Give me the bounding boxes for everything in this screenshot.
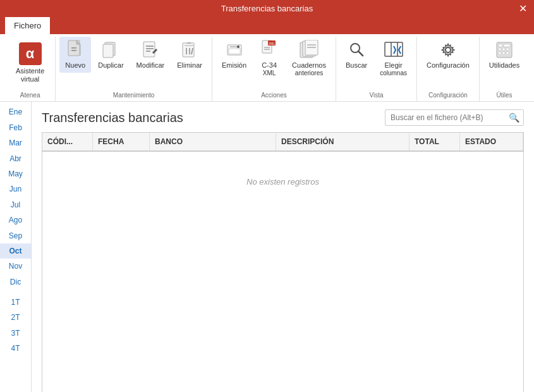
duplicar-icon xyxy=(100,40,121,60)
group-label-vista: Vista xyxy=(340,89,413,101)
cuadernos-icon xyxy=(299,40,319,60)
svg-rect-2 xyxy=(71,47,76,49)
search-input[interactable] xyxy=(385,111,505,125)
sidebar: Ene Feb Mar Abr May Jun Jul Ago Sep Oct … xyxy=(0,102,32,392)
svg-line-32 xyxy=(358,51,363,56)
search-box: 🔍 xyxy=(385,109,524,126)
eliminar-label: Eliminar xyxy=(177,61,202,70)
asistente-virtual-button[interactable]: α Asistentevirtual xyxy=(9,37,51,89)
svg-text:XML: XML xyxy=(269,42,276,46)
data-table: CÓDI... FECHA BANCO DESCRIPCIÓN TOTAL ES… xyxy=(42,132,524,392)
ribbon-items-vista: Buscar Elegircolumnas xyxy=(340,37,413,89)
group-label-acciones: Acciones xyxy=(216,89,332,101)
alpha-icon: α xyxy=(19,42,42,65)
utilidades-label: Utilidades xyxy=(489,61,519,70)
eliminar-icon xyxy=(179,40,200,60)
configuracion-button[interactable]: Configuración xyxy=(421,37,475,73)
elegir-columnas-button[interactable]: Elegircolumnas xyxy=(374,37,413,80)
content-header: Transferencias bancarias 🔍 xyxy=(42,109,524,126)
elegir-columnas-icon xyxy=(384,40,404,60)
page-title: Transferencias bancarias xyxy=(42,111,183,125)
sidebar-item-sep[interactable]: Sep xyxy=(0,228,31,243)
configuracion-icon xyxy=(438,40,458,60)
table-body: No existen registros xyxy=(42,152,523,278)
tab-fichero[interactable]: Fichero xyxy=(5,17,50,34)
cuadernos-label: Cuadernosanteriores xyxy=(292,61,326,77)
emision-label: Emisión xyxy=(222,61,246,70)
ribbon-content: α Asistentevirtual Atenea xyxy=(0,34,534,101)
svg-rect-45 xyxy=(506,52,509,54)
ribbon-tab-bar: Fichero xyxy=(0,17,534,34)
sidebar-item-nov[interactable]: Nov xyxy=(0,259,31,274)
group-label-atenea: Atenea xyxy=(9,89,51,101)
window-title: Transferencias bancarias xyxy=(221,4,313,13)
nuevo-icon xyxy=(65,40,85,60)
ribbon-items-acciones: Emisión XML C-34XML xyxy=(216,37,332,89)
sidebar-item-dic[interactable]: Dic xyxy=(0,274,31,290)
col-header-fecha: FECHA xyxy=(93,133,150,150)
ribbon-group-utiles: Utilidades Útiles xyxy=(480,37,529,101)
utilidades-button[interactable]: Utilidades xyxy=(483,37,525,73)
sidebar-item-4t[interactable]: 4T xyxy=(0,341,31,356)
duplicar-button[interactable]: Duplicar xyxy=(92,37,129,73)
svg-rect-33 xyxy=(385,42,403,56)
modificar-button[interactable]: Modificar xyxy=(131,37,171,73)
sidebar-item-ene[interactable]: Ene xyxy=(0,104,31,119)
group-label-configuracion: Configuración xyxy=(421,89,475,101)
sidebar-item-feb[interactable]: Feb xyxy=(0,120,31,135)
ribbon-group-atenea: α Asistentevirtual Atenea xyxy=(5,37,56,101)
svg-rect-40 xyxy=(499,48,501,51)
elegir-columnas-label: Elegircolumnas xyxy=(380,61,407,77)
modificar-icon xyxy=(140,40,161,60)
col-header-descripcion: DESCRIPCIÓN xyxy=(276,133,410,150)
ribbon-items-utiles: Utilidades xyxy=(483,37,525,89)
svg-rect-44 xyxy=(502,52,505,54)
sidebar-item-jun[interactable]: Jun xyxy=(0,181,31,197)
cuadernos-button[interactable]: Cuadernosanteriores xyxy=(286,37,332,80)
sidebar-item-abr[interactable]: Abr xyxy=(0,151,31,166)
ribbon-group-configuracion: Configuración Configuración xyxy=(417,37,480,101)
nuevo-button[interactable]: Nuevo xyxy=(59,37,91,73)
svg-point-20 xyxy=(237,46,240,48)
emision-icon xyxy=(224,40,245,60)
svg-rect-18 xyxy=(229,49,240,54)
sidebar-divider xyxy=(0,290,31,295)
sidebar-item-2t[interactable]: 2T xyxy=(0,310,31,325)
ribbon-items-configuracion: Configuración xyxy=(421,37,475,89)
buscar-label: Buscar xyxy=(346,61,367,70)
c34xml-label: C-34XML xyxy=(262,61,277,77)
svg-point-36 xyxy=(446,47,451,52)
col-header-estado: ESTADO xyxy=(460,133,523,150)
no-records-message: No existen registros xyxy=(55,177,511,187)
close-button[interactable]: ✕ xyxy=(516,3,529,15)
svg-rect-38 xyxy=(499,44,502,47)
svg-rect-41 xyxy=(502,48,505,51)
configuracion-label: Configuración xyxy=(427,61,470,70)
duplicar-label: Duplicar xyxy=(98,61,123,70)
svg-rect-3 xyxy=(71,50,76,51)
nuevo-label: Nuevo xyxy=(65,61,85,70)
modificar-label: Modificar xyxy=(137,61,165,70)
ribbon-group-mantenimiento: Nuevo Duplicar xyxy=(56,37,212,101)
svg-rect-39 xyxy=(504,44,510,47)
search-icon-button[interactable]: 🔍 xyxy=(505,110,523,125)
emision-button[interactable]: Emisión xyxy=(216,37,252,73)
ribbon-items-atenea: α Asistentevirtual xyxy=(9,37,51,89)
c34xml-button[interactable]: XML C-34XML xyxy=(253,37,285,80)
eliminar-button[interactable]: Eliminar xyxy=(171,37,208,73)
sidebar-item-mar[interactable]: Mar xyxy=(0,135,31,150)
ribbon-group-acciones: Emisión XML C-34XML xyxy=(212,37,336,101)
buscar-button[interactable]: Buscar xyxy=(340,37,373,73)
sidebar-item-jul[interactable]: Jul xyxy=(0,197,31,212)
svg-rect-6 xyxy=(143,42,155,57)
buscar-icon xyxy=(346,40,367,60)
main-area: Ene Feb Mar Abr May Jun Jul Ago Sep Oct … xyxy=(0,102,534,392)
col-header-banco: BANCO xyxy=(150,133,276,150)
content-area: Transferencias bancarias 🔍 CÓDI... FECHA… xyxy=(32,102,534,392)
sidebar-item-3t[interactable]: 3T xyxy=(0,326,31,341)
sidebar-item-ago[interactable]: Ago xyxy=(0,212,31,228)
sidebar-item-1t[interactable]: 1T xyxy=(0,295,31,310)
sidebar-item-oct[interactable]: Oct xyxy=(0,243,31,259)
sidebar-item-may[interactable]: May xyxy=(0,166,31,181)
c34xml-icon: XML xyxy=(259,40,279,60)
